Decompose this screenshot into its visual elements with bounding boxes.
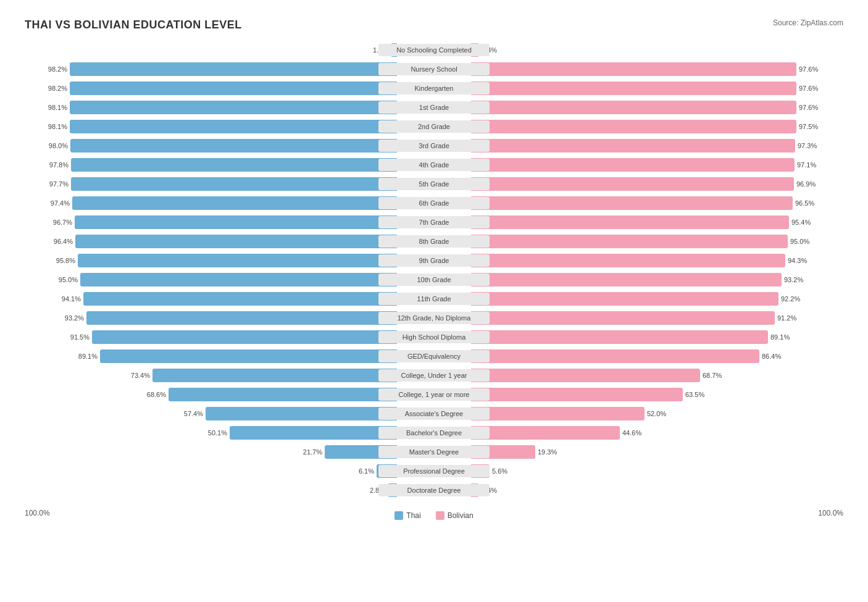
chart-container: Thai vs Bolivian Education Level Source:…	[12, 12, 856, 538]
bar-thai	[70, 62, 397, 76]
bar-label: College, 1 year or more	[378, 388, 490, 401]
value-right: 63.5%	[685, 391, 707, 398]
value-right: 96.5%	[795, 199, 817, 207]
bar-thai	[70, 101, 397, 114]
bar-bolivian	[471, 101, 796, 114]
value-right: 89.1%	[770, 333, 793, 341]
bar-thai	[80, 273, 397, 286]
bar-row: 96.4% 8th Grade 95.0%	[25, 233, 843, 250]
value-right: 97.3%	[798, 142, 820, 149]
bar-right-group: 44.6%	[471, 426, 645, 440]
bar-right-group: 89.1%	[471, 330, 793, 344]
value-right: 97.6%	[799, 85, 821, 92]
bar-thai	[70, 82, 397, 95]
bar-left-group: 95.8%	[53, 254, 397, 267]
bar-row: 95.8% 9th Grade 94.3%	[25, 252, 843, 269]
bar-bolivian	[471, 196, 793, 210]
value-left: 6.1%	[352, 467, 374, 475]
bar-bolivian	[471, 62, 796, 76]
bar-bolivian	[471, 82, 796, 95]
bar-thai	[100, 349, 397, 363]
bar-row: 73.4% College, Under 1 year 68.7%	[25, 367, 843, 384]
bar-left-group: 73.4%	[128, 369, 397, 382]
bar-row: 98.1% 1st Grade 97.6%	[25, 99, 843, 116]
legend-thai: Thai	[394, 511, 420, 520]
bar-right-group: 96.5%	[471, 196, 817, 210]
bar-label: GED/Equivalency	[378, 350, 490, 362]
bar-bolivian	[471, 407, 645, 420]
bar-row: 96.7% 7th Grade 95.4%	[25, 214, 843, 231]
value-left: 95.0%	[56, 276, 78, 283]
value-right: 52.0%	[647, 410, 669, 417]
bar-label: College, Under 1 year	[378, 369, 490, 382]
bar-bolivian	[471, 292, 778, 306]
bar-label: 1st Grade	[378, 101, 490, 114]
bar-thai	[71, 177, 397, 191]
value-right: 95.0%	[790, 238, 812, 245]
bar-row: 98.0% 3rd Grade 97.3%	[25, 137, 843, 154]
value-right: 19.3%	[538, 448, 560, 456]
bar-right-group: 97.6%	[471, 101, 821, 114]
bar-left-group: 98.0%	[46, 139, 397, 153]
bar-left-group: 98.2%	[45, 82, 397, 95]
bar-label: Kindergarten	[378, 82, 490, 94]
bar-label: Master's Degree	[378, 446, 490, 458]
bar-thai	[92, 330, 397, 344]
chart-bars: 1.8% No Schooling Completed 2.4% 98.2% N…	[25, 41, 843, 499]
value-left: 97.4%	[48, 199, 70, 207]
bar-thai	[75, 235, 397, 248]
value-left: 98.2%	[45, 65, 67, 73]
bar-bolivian	[471, 349, 759, 363]
bar-left-group: 98.2%	[45, 62, 397, 76]
bar-row: 57.4% Associate's Degree 52.0%	[25, 405, 843, 422]
value-left: 93.2%	[62, 314, 84, 322]
bar-left-group: 96.4%	[51, 235, 397, 248]
bar-row: 50.1% Bachelor's Degree 44.6%	[25, 424, 843, 441]
bar-row: 97.4% 6th Grade 96.5%	[25, 194, 843, 212]
bar-bolivian	[471, 158, 795, 172]
bar-row: 91.5% High School Diploma 89.1%	[25, 328, 843, 346]
bar-row: 1.8% No Schooling Completed 2.4%	[25, 41, 843, 59]
bar-right-group: 97.3%	[471, 139, 820, 153]
legend-bolivian-box	[436, 511, 444, 520]
value-left: 96.7%	[50, 219, 72, 226]
bar-thai	[230, 426, 397, 440]
legend-bolivian: Bolivian	[436, 511, 474, 520]
value-left: 98.1%	[45, 123, 67, 130]
bar-row: 21.7% Master's Degree 19.3%	[25, 443, 843, 461]
bar-right-group: 68.7%	[471, 369, 725, 382]
bar-label: 10th Grade	[378, 274, 490, 286]
bar-label: Professional Degree	[378, 465, 490, 477]
value-left: 98.0%	[46, 142, 68, 149]
value-left: 95.8%	[53, 257, 75, 264]
bar-row: 68.6% College, 1 year or more 63.5%	[25, 386, 843, 403]
bar-bolivian	[471, 254, 785, 267]
bar-thai	[70, 139, 397, 153]
bar-right-group: 96.9%	[471, 177, 819, 191]
bar-label: No Schooling Completed	[378, 44, 490, 56]
bar-row: 98.1% 2nd Grade 97.5%	[25, 118, 843, 135]
bar-left-group: 96.7%	[50, 215, 397, 229]
bar-left-group: 91.5%	[67, 330, 397, 344]
bar-thai	[71, 158, 397, 172]
bar-right-group: 95.0%	[471, 235, 812, 248]
bar-left-group: 97.7%	[46, 177, 397, 191]
bar-row: 89.1% GED/Equivalency 86.4%	[25, 348, 843, 365]
bar-left-group: 95.0%	[56, 273, 397, 286]
value-right: 93.2%	[784, 276, 806, 283]
bar-bolivian	[471, 177, 794, 191]
bar-bolivian	[471, 273, 782, 286]
bar-label: Nursery School	[378, 63, 490, 75]
bar-right-group: 97.5%	[471, 120, 821, 133]
bar-label: 11th Grade	[378, 293, 490, 305]
chart-footer: 100.0% Thai Bolivian 100.0%	[25, 506, 843, 520]
bar-left-group: 98.1%	[45, 101, 397, 114]
value-right: 91.2%	[777, 314, 799, 322]
bar-row: 95.0% 10th Grade 93.2%	[25, 271, 843, 288]
value-left: 73.4%	[128, 372, 150, 379]
value-right: 86.4%	[762, 353, 784, 360]
bar-right-group: 91.2%	[471, 311, 799, 325]
bar-thai	[83, 292, 397, 306]
bar-bolivian	[471, 139, 795, 153]
value-right: 97.6%	[799, 65, 821, 73]
